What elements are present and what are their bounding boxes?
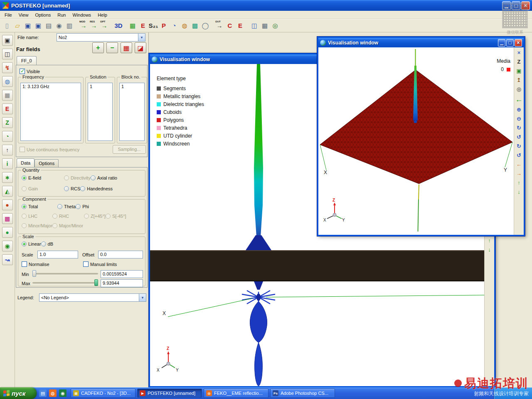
min-slider[interactable] <box>32 270 98 277</box>
load-res-file-icon[interactable]: RES → <box>89 21 99 31</box>
pan-down-icon[interactable]: ↓ <box>515 188 523 196</box>
grid-icon[interactable]: ▦ <box>260 21 270 31</box>
task-photoshop[interactable]: Ps Adobe Photoshop CS... <box>270 389 335 398</box>
tab-data[interactable]: Data <box>17 158 34 167</box>
close-button[interactable] <box>515 39 522 47</box>
solution-list-item[interactable]: 1 <box>89 84 112 89</box>
axial-ratio-radio[interactable]: Axial ratio <box>91 175 117 180</box>
block-list[interactable]: 1 <box>119 83 145 141</box>
copy-image-icon[interactable]: ▥ <box>64 21 74 31</box>
lhc-radio[interactable]: LHC <box>22 214 52 219</box>
smith-chart-icon[interactable]: ◔ <box>169 21 179 31</box>
near-field-icon[interactable]: E <box>138 21 148 31</box>
fit-view-icon[interactable]: ▣ <box>515 67 523 75</box>
combo-arrow-icon[interactable] <box>138 34 145 41</box>
rotate-theta-minus-icon[interactable]: ↺ <box>515 151 523 159</box>
smith-icon[interactable]: ◔ <box>2 131 13 142</box>
s-parameter-icon[interactable]: S₂₁ <box>148 21 158 31</box>
normalise-row[interactable]: Normalise <box>22 261 49 267</box>
visible-checkbox[interactable] <box>20 69 25 74</box>
info-icon[interactable]: i <box>2 158 13 169</box>
min-slider-thumb[interactable] <box>32 270 36 277</box>
rotate-phi-minus-icon[interactable]: ↺ <box>515 133 523 141</box>
pan-up-icon[interactable]: ↑ <box>485 236 493 244</box>
normalise-checkbox[interactable] <box>22 261 27 267</box>
mesh-icon[interactable]: ▦ <box>2 90 13 101</box>
import-farfield-button[interactable]: ◪ <box>135 42 146 53</box>
max-slider[interactable] <box>32 279 98 286</box>
power-icon[interactable]: P <box>159 21 169 31</box>
zoom-in-icon[interactable]: ⊕ <box>515 106 523 113</box>
new-file-icon[interactable]: ▯ <box>2 21 12 31</box>
linear-radio[interactable]: Linear <box>22 241 41 246</box>
legend-combo[interactable]: <No Legend> <box>39 293 146 302</box>
front-3d-view[interactable]: X Y Z X Y <box>318 47 514 235</box>
directivity-radio[interactable]: Directivity <box>64 175 91 180</box>
major-minor-radio[interactable]: Major/Minor <box>52 223 83 228</box>
menu-item[interactable]: Options <box>32 12 54 18</box>
tab-options[interactable]: Options <box>34 159 59 167</box>
pan-right-icon[interactable]: → <box>515 170 523 177</box>
close-button[interactable] <box>521 1 530 10</box>
snapshot-icon[interactable]: ◉ <box>54 21 64 31</box>
view-2d-window-icon[interactable]: ◫ <box>2 49 13 59</box>
browser-icon[interactable]: ◍ <box>49 389 57 397</box>
minimize-button[interactable] <box>502 1 511 10</box>
load-opt-file-icon[interactable]: OPT → <box>99 21 109 31</box>
cartesian-chart-icon[interactable]: ▩ <box>190 21 200 31</box>
total-radio[interactable]: Total <box>22 204 57 209</box>
zoom-out-icon[interactable]: ⊖ <box>515 115 523 123</box>
maximize-button[interactable] <box>512 1 520 10</box>
menu-item[interactable]: View <box>15 12 32 18</box>
max-value-field[interactable]: 9.93944 <box>101 279 143 287</box>
reset-view-icon[interactable]: ← <box>515 94 523 104</box>
far-field-icon[interactable]: ∗ <box>2 172 13 183</box>
excitation-icon[interactable]: E <box>235 21 245 31</box>
orientation-icon[interactable]: ↥ <box>515 76 523 84</box>
gain-radio[interactable]: Gain <box>22 186 64 191</box>
z-plus45-radio[interactable]: Z[+45°] <box>84 214 106 219</box>
globe-icon[interactable]: ◍ <box>2 76 13 87</box>
visible-checkbox-row[interactable]: Visible <box>20 69 40 74</box>
close-pane-icon[interactable]: × <box>515 49 523 57</box>
surface-plot-icon[interactable]: ◭ <box>2 186 13 197</box>
frequency-list[interactable]: 1: 3.123 GHz <box>20 83 81 141</box>
view-3d-window-icon[interactable]: ▣ <box>2 35 13 46</box>
rotate-theta-plus-icon[interactable]: ↻ <box>515 142 523 150</box>
save-all-icon[interactable]: ▣ <box>33 21 43 31</box>
load-mod-file-icon[interactable]: MOD → <box>79 21 89 31</box>
file-name-combo[interactable]: No2 <box>57 33 145 42</box>
sphere-icon[interactable]: ● <box>2 227 13 238</box>
s-minus45-radio[interactable]: S[-45°] <box>106 214 126 219</box>
z-buffer-icon[interactable]: Z <box>515 58 523 66</box>
media-player-icon[interactable]: ◉ <box>59 389 66 397</box>
colormap-icon[interactable]: ▩ <box>2 213 13 224</box>
record-icon[interactable]: ◎ <box>270 21 280 31</box>
polar-chart-icon[interactable]: ◍ <box>180 21 190 31</box>
tile-windows-icon[interactable]: ◫ <box>249 21 259 31</box>
antenna-icon[interactable]: ↑ <box>2 145 13 155</box>
remove-farfield-button[interactable]: − <box>106 42 118 53</box>
view-3d-icon[interactable]: 3D <box>113 21 123 31</box>
zoom-window-icon[interactable]: ◎ <box>515 85 523 93</box>
graph-2d-icon[interactable]: ▦ <box>128 21 138 31</box>
minor-major-radio[interactable]: Minor/Major <box>22 223 52 228</box>
pan-left-icon[interactable]: ← <box>515 160 523 168</box>
radiation-icon[interactable]: ◉ <box>2 241 13 251</box>
curve-icon[interactable]: ↝ <box>2 254 13 265</box>
menu-item[interactable]: Run <box>54 12 69 18</box>
source-icon[interactable]: ● <box>2 200 13 210</box>
tab-ff0[interactable]: FF_0 <box>17 56 37 65</box>
restore-button[interactable] <box>506 39 514 47</box>
impedance-icon[interactable]: Z <box>2 117 13 128</box>
start-button[interactable]: пуск <box>0 387 37 399</box>
task-postfeko[interactable]: ▶ POSTFEKO [unnamed] <box>137 389 202 398</box>
rhc-radio[interactable]: RHC <box>52 214 84 219</box>
delete-farfield-button[interactable]: ▦ <box>121 42 132 53</box>
max-slider-thumb[interactable] <box>94 279 98 286</box>
menu-item[interactable]: Windows <box>69 12 95 18</box>
menu-item[interactable]: Help <box>94 12 111 18</box>
out-file-icon[interactable]: OUT → <box>214 21 224 31</box>
task-browser[interactable]: ◍ FEKO__EME reflectio... <box>204 389 268 398</box>
db-radio[interactable]: dB <box>41 241 53 246</box>
